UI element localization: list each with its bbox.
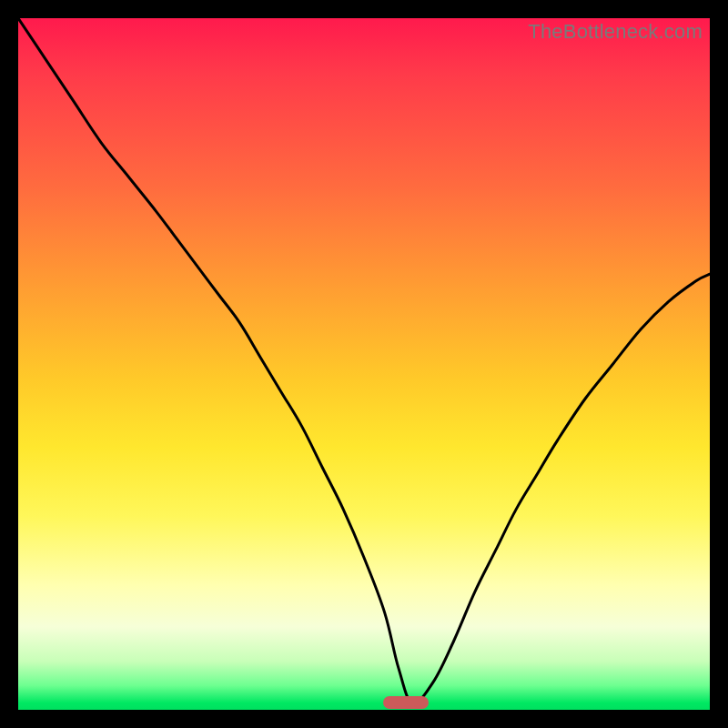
chart-frame: TheBottleneck.com <box>0 0 728 728</box>
bottleneck-curve <box>18 18 710 710</box>
optimum-marker <box>383 696 429 709</box>
plot-area: TheBottleneck.com <box>18 18 710 710</box>
